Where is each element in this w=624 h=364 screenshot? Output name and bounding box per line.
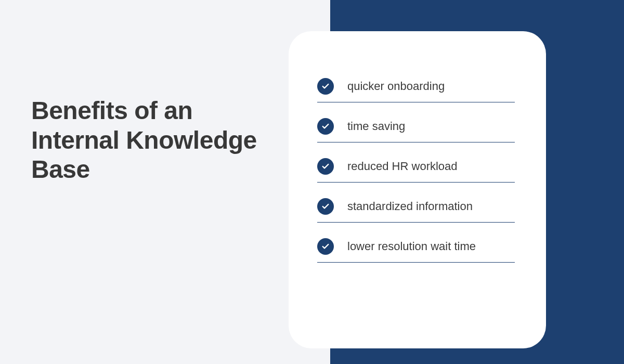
benefit-label: time saving: [347, 120, 405, 133]
check-icon: [317, 118, 334, 135]
benefit-label: standardized information: [347, 200, 473, 213]
benefit-item: time saving: [317, 118, 515, 142]
check-icon: [317, 78, 334, 95]
benefits-card: quicker onboarding time saving reduced H…: [289, 31, 546, 348]
check-icon: [317, 238, 334, 255]
benefit-label: lower resolution wait time: [347, 240, 476, 253]
benefit-item: standardized information: [317, 198, 515, 223]
benefit-item: lower resolution wait time: [317, 238, 515, 263]
page-title: Benefits of an Internal Knowledge Base: [31, 96, 265, 185]
benefit-item: reduced HR workload: [317, 158, 515, 183]
benefit-label: quicker onboarding: [347, 80, 445, 93]
check-icon: [317, 198, 334, 215]
check-icon: [317, 158, 334, 175]
benefit-item: quicker onboarding: [317, 78, 515, 102]
benefit-label: reduced HR workload: [347, 160, 458, 173]
